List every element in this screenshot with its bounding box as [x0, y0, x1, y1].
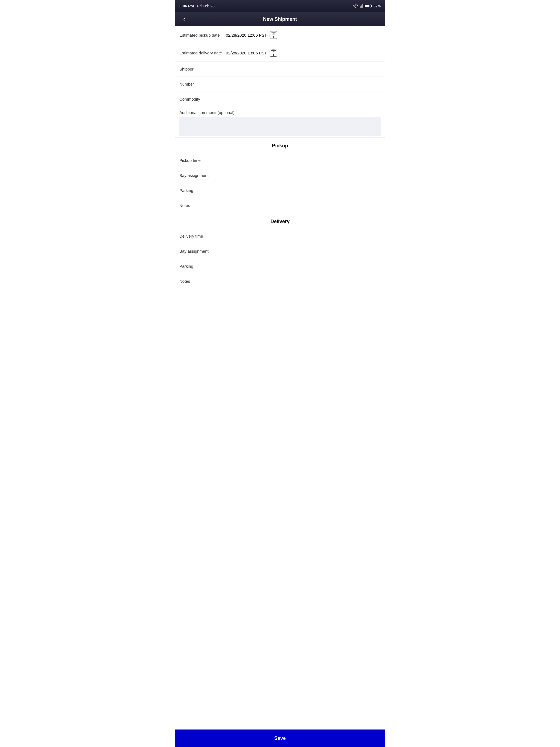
- status-date: Fri Feb 28: [197, 4, 215, 8]
- status-time: 3:06 PM: [179, 4, 194, 8]
- pickup-parking-label: Parking: [179, 188, 193, 193]
- delivery-notes-row[interactable]: Notes: [175, 274, 385, 289]
- svg-rect-0: [360, 6, 361, 8]
- battery-percent: 69%: [374, 4, 381, 8]
- svg-rect-6: [365, 5, 370, 7]
- pickup-date-value: 02/28/2020 12:06 PST: [226, 33, 267, 37]
- delivery-parking-label: Parking: [179, 264, 193, 268]
- svg-rect-3: [362, 4, 363, 8]
- pickup-date-calendar-icon[interactable]: 1: [270, 31, 277, 39]
- shipper-label: Shipper: [179, 67, 194, 71]
- pickup-time-label: Pickup time: [179, 158, 201, 163]
- comments-row: Additional comments(optional): [175, 107, 385, 137]
- signal-icon: [360, 4, 363, 8]
- pickup-notes-row[interactable]: Notes: [175, 198, 385, 213]
- pickup-date-row: Estimated pickup date 02/28/2020 12:06 P…: [175, 26, 385, 44]
- status-icons: 69%: [353, 4, 381, 8]
- number-row[interactable]: Number: [175, 77, 385, 92]
- pickup-bay-assignment-label: Bay assignment: [179, 173, 209, 178]
- form-content: Estimated pickup date 02/28/2020 12:06 P…: [175, 26, 385, 311]
- comments-label: Additional comments(optional): [179, 110, 381, 115]
- number-label: Number: [179, 82, 194, 86]
- delivery-section-header: Delivery: [175, 213, 385, 229]
- pickup-parking-row[interactable]: Parking: [175, 183, 385, 198]
- svg-text:1: 1: [273, 33, 274, 34]
- svg-text:1: 1: [273, 51, 274, 52]
- svg-rect-1: [361, 5, 361, 8]
- svg-rect-5: [371, 5, 372, 7]
- delivery-date-row: Estimated delivery date 02/28/2020 13:06…: [175, 44, 385, 62]
- status-bar: 3:06 PM Fri Feb 28 69%: [175, 0, 385, 12]
- delivery-parking-row[interactable]: Parking: [175, 259, 385, 274]
- delivery-notes-label: Notes: [179, 279, 190, 284]
- delivery-bay-assignment-row[interactable]: Bay assignment: [175, 244, 385, 259]
- shipper-row[interactable]: Shipper: [175, 62, 385, 77]
- pickup-notes-label: Notes: [179, 203, 190, 208]
- nav-bar: ‹ New Shipment: [175, 12, 385, 26]
- commodity-label: Commodity: [179, 97, 200, 101]
- pickup-date-label: Estimated pickup date: [179, 33, 226, 37]
- back-button[interactable]: ‹: [179, 14, 189, 24]
- delivery-date-value: 02/28/2020 13:06 PST: [226, 51, 267, 55]
- wifi-icon: [353, 4, 358, 8]
- delivery-bay-assignment-label: Bay assignment: [179, 249, 209, 254]
- save-button[interactable]: Save: [175, 729, 385, 747]
- delivery-date-calendar-icon[interactable]: 1: [270, 49, 277, 57]
- battery-icon: [365, 4, 372, 8]
- delivery-time-label: Delivery time: [179, 234, 203, 238]
- delivery-date-label: Estimated delivery date: [179, 51, 226, 55]
- svg-rect-2: [361, 5, 362, 8]
- pickup-section-header: Pickup: [175, 137, 385, 153]
- delivery-time-row[interactable]: Delivery time: [175, 229, 385, 244]
- pickup-time-row[interactable]: Pickup time: [175, 153, 385, 168]
- page-title: New Shipment: [263, 17, 297, 22]
- commodity-row[interactable]: Commodity: [175, 92, 385, 107]
- pickup-bay-assignment-row[interactable]: Bay assignment: [175, 168, 385, 183]
- comments-textarea[interactable]: [179, 117, 381, 136]
